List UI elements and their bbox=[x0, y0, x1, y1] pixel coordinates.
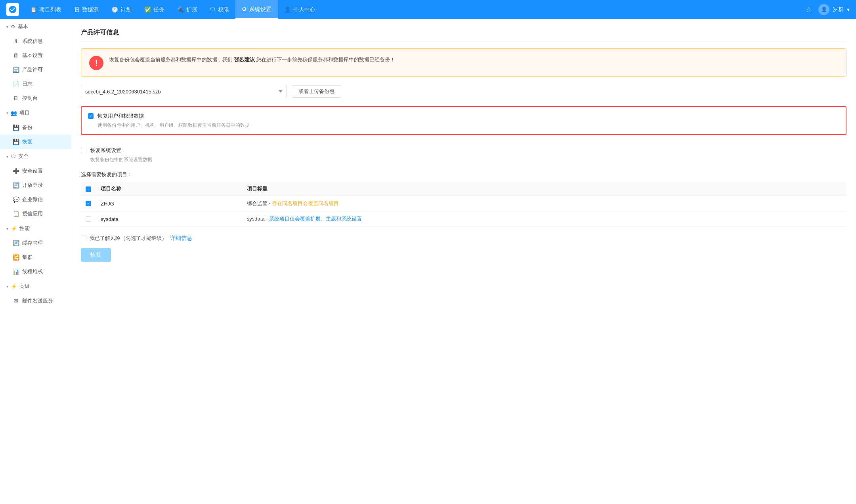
logo bbox=[6, 3, 19, 16]
sidebar-group-advanced-header[interactable]: ▾ ⚡ 高级 bbox=[0, 279, 71, 294]
trusted-icon: 📋 bbox=[13, 211, 19, 217]
sidebar-item-cache[interactable]: 🔄 缓存管理 bbox=[0, 236, 71, 250]
arrow-down-icon-4: ▾ bbox=[6, 226, 8, 231]
arrow-down-icon-3: ▾ bbox=[6, 154, 8, 159]
log-icon: 📄 bbox=[13, 81, 19, 87]
warning-icon: ! bbox=[89, 56, 103, 70]
arrow-down-icon: ▾ bbox=[6, 25, 8, 29]
restore-system-desc: 恢复备份包中的系统设置数据 bbox=[90, 156, 846, 163]
sidebar-item-product-license[interactable]: 🔄 产品许可 bbox=[0, 63, 71, 77]
row1-title: 综合监管 - 存在同名项目会覆盖同名项目 bbox=[242, 196, 846, 211]
page-title: 产品许可信息 bbox=[81, 29, 846, 42]
restore-system-option: 恢复系统设置 恢复备份包中的系统设置数据 bbox=[81, 141, 846, 163]
user-name: 罗群 bbox=[833, 6, 844, 13]
security-plus-icon: ➕ bbox=[13, 168, 19, 174]
star-icon[interactable]: ☆ bbox=[806, 5, 812, 14]
top-nav: 📋 项目列表 🗄 数据源 🕐 计划 ✅ 任务 🔌 扩展 🛡 权限 ⚙ 系统设置 … bbox=[0, 0, 856, 19]
license-icon: 🔄 bbox=[13, 67, 19, 73]
ack-text: 我已了解风险（勾选了才能继续） bbox=[90, 235, 167, 242]
sidebar-group-security-header[interactable]: ▾ 🛡 安全 bbox=[0, 149, 71, 164]
nav-item-personal[interactable]: 👤 个人中心 bbox=[278, 0, 322, 19]
sidebar-group-project-header[interactable]: ▾ 👥 项目 bbox=[0, 105, 71, 120]
sidebar-group-performance-header[interactable]: ▾ ⚡ 性能 bbox=[0, 221, 71, 236]
sidebar-item-trusted-app[interactable]: 📋 授信应用 bbox=[0, 207, 71, 221]
restore-system-checkbox[interactable] bbox=[81, 148, 86, 153]
arrow-down-icon-5: ▾ bbox=[6, 284, 8, 289]
nav-item-projects[interactable]: 📋 项目列表 bbox=[24, 0, 68, 19]
layout: ▾ ⚙ 基本 ℹ 系统信息 🖥 基本设置 🔄 产品许可 📄 日志 🖥 bbox=[0, 19, 856, 504]
restore-button[interactable]: 恢复 bbox=[81, 248, 111, 262]
users-icon: 👥 bbox=[11, 110, 17, 116]
backup-file-select[interactable]: succbi_4.6.2_202006301415.szb bbox=[81, 85, 287, 98]
nav-item-datasource[interactable]: 🗄 数据源 bbox=[68, 0, 105, 19]
restore-system-label: 恢复系统设置 bbox=[90, 147, 121, 154]
sidebar-item-restore[interactable]: 💾 恢复 bbox=[0, 135, 71, 149]
ack-row: 我已了解风险（勾选了才能继续） 详细信息 bbox=[81, 235, 846, 242]
cluster-icon: 🔀 bbox=[13, 254, 19, 261]
nav-items: 📋 项目列表 🗄 数据源 🕐 计划 ✅ 任务 🔌 扩展 🛡 权限 ⚙ 系统设置 … bbox=[24, 0, 806, 19]
extend-icon: 🔌 bbox=[177, 0, 184, 19]
warning-text: 恢复备份包会覆盖当前服务器和数据库中的数据，我们 强烈建议 您在进行下一步前先确… bbox=[109, 55, 395, 64]
task-icon: ✅ bbox=[144, 0, 151, 19]
sidebar-item-log[interactable]: 📄 日志 bbox=[0, 77, 71, 91]
datasource-icon: 🗄 bbox=[74, 0, 80, 19]
row1-checkbox[interactable] bbox=[86, 201, 91, 206]
nav-item-task[interactable]: ✅ 任务 bbox=[138, 0, 171, 19]
sidebar-item-backup[interactable]: 💾 备份 bbox=[0, 120, 71, 135]
email-icon: ✉ bbox=[13, 298, 19, 304]
upload-button[interactable]: 或者上传备份包 bbox=[292, 85, 341, 98]
sidebar-group-security: ▾ 🛡 安全 ➕ 安全设置 🔄 开放登录 💬 企业微信 📋 授信应用 bbox=[0, 149, 71, 221]
warning-strong: 强烈建议 bbox=[234, 57, 255, 63]
row1-name: ZHJG bbox=[96, 196, 242, 211]
avatar: 👤 bbox=[818, 4, 829, 15]
sidebar-item-basic-settings[interactable]: 🖥 基本设置 bbox=[0, 48, 71, 63]
performance-icon: ⚡ bbox=[11, 226, 17, 232]
gear-icon: ⚙ bbox=[11, 24, 15, 30]
nav-item-system[interactable]: ⚙ 系统设置 bbox=[235, 0, 278, 19]
sidebar-item-cluster[interactable]: 🔀 集群 bbox=[0, 250, 71, 264]
nav-item-permission[interactable]: 🛡 权限 bbox=[204, 0, 235, 19]
backup-icon: 💾 bbox=[13, 124, 19, 131]
sidebar-item-security-settings[interactable]: ➕ 安全设置 bbox=[0, 164, 71, 178]
sidebar-item-open-login[interactable]: 🔄 开放登录 bbox=[0, 178, 71, 192]
user-menu[interactable]: 👤 罗群 ▾ bbox=[818, 4, 850, 15]
sidebar-group-performance: ▾ ⚡ 性能 🔄 缓存管理 🔀 集群 📊 线程堆栈 bbox=[0, 221, 71, 279]
nav-right: ☆ 👤 罗群 ▾ bbox=[806, 4, 850, 15]
table-col-title: 项目标题 bbox=[242, 182, 846, 196]
restore-system-row: 恢复系统设置 bbox=[81, 147, 846, 154]
sidebar-group-advanced: ▾ ⚡ 高级 ✉ 邮件发送服务 bbox=[0, 279, 71, 308]
ack-link[interactable]: 详细信息 bbox=[170, 235, 192, 242]
info-icon: ℹ bbox=[13, 38, 19, 44]
table-cell-check-2 bbox=[81, 211, 96, 227]
sidebar-item-wechat[interactable]: 💬 企业微信 bbox=[0, 192, 71, 207]
warning-box: ! 恢复备份包会覆盖当前服务器和数据库中的数据，我们 强烈建议 您在进行下一步前… bbox=[81, 48, 846, 77]
row2-checkbox[interactable] bbox=[86, 216, 91, 222]
sidebar-group-basic: ▾ ⚙ 基本 ℹ 系统信息 🖥 基本设置 🔄 产品许可 📄 日志 🖥 bbox=[0, 19, 71, 105]
sidebar-group-project: ▾ 👥 项目 💾 备份 💾 恢复 bbox=[0, 105, 71, 149]
restore-users-desc: 使用备份包中的用户、机构、用户组、权限数据覆盖当前服务器中的数据 bbox=[97, 122, 839, 129]
nav-item-extend[interactable]: 🔌 扩展 bbox=[171, 0, 204, 19]
row1-status: 存在同名项目会覆盖同名项目 bbox=[272, 200, 339, 206]
ack-checkbox[interactable] bbox=[81, 236, 86, 241]
nav-item-plan[interactable]: 🕐 计划 bbox=[105, 0, 138, 19]
user-arrow-icon: ▾ bbox=[847, 6, 850, 13]
shield-icon: 🛡 bbox=[11, 154, 16, 160]
restore-users-checkbox[interactable] bbox=[88, 113, 94, 119]
sidebar-item-thread-stack[interactable]: 📊 线程堆栈 bbox=[0, 264, 71, 279]
console-icon: 🖥 bbox=[13, 95, 19, 101]
thread-icon: 📊 bbox=[13, 268, 19, 275]
sidebar-group-basic-header[interactable]: ▾ ⚙ 基本 bbox=[0, 19, 71, 34]
restore-users-row: 恢复用户和权限数据 bbox=[88, 112, 839, 120]
sidebar-item-console[interactable]: 🖥 控制台 bbox=[0, 91, 71, 105]
sidebar: ▾ ⚙ 基本 ℹ 系统信息 🖥 基本设置 🔄 产品许可 📄 日志 🖥 bbox=[0, 19, 71, 504]
arrow-down-icon-2: ▾ bbox=[6, 111, 8, 115]
restore-icon: 💾 bbox=[13, 139, 19, 145]
sidebar-item-email[interactable]: ✉ 邮件发送服务 bbox=[0, 294, 71, 308]
sidebar-item-system-info[interactable]: ℹ 系统信息 bbox=[0, 34, 71, 48]
plan-icon: 🕐 bbox=[111, 0, 118, 19]
table-row: sysdata sysdata - 系统项目仅会覆盖扩展、主题和系统设置 bbox=[81, 211, 846, 227]
main-content: 产品许可信息 ! 恢复备份包会覆盖当前服务器和数据库中的数据，我们 强烈建议 您… bbox=[71, 19, 856, 504]
restore-users-option: 恢复用户和权限数据 使用备份包中的用户、机构、用户组、权限数据覆盖当前服务器中的… bbox=[81, 106, 846, 135]
open-login-icon: 🔄 bbox=[13, 182, 19, 188]
table-header-checkbox[interactable] bbox=[86, 186, 91, 192]
